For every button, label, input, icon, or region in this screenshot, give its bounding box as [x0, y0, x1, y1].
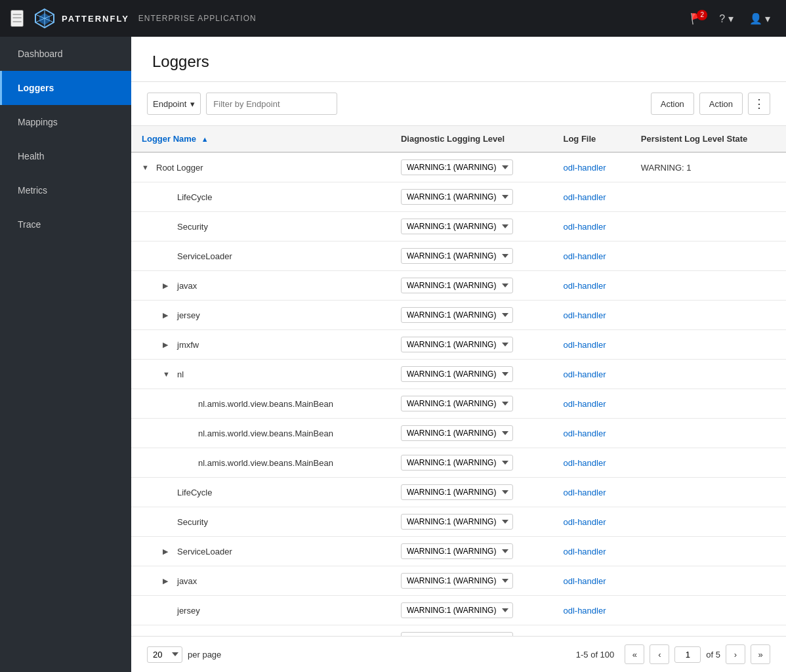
pagination-first-button[interactable]: « [625, 644, 644, 664]
pagination-next-button[interactable]: › [726, 644, 745, 664]
log-level-select-javax-2[interactable]: WARNING:1 (WARNING) [401, 573, 513, 589]
odl-handler-link-nl-mainbean-2[interactable]: odl-handler [563, 429, 606, 438]
notifications-button[interactable]: 🚩 2 [685, 9, 709, 29]
user-menu-button[interactable]: 👤 ▾ [744, 9, 776, 29]
log-level-select-serviceloader-1[interactable]: WARNING:1 (WARNING) [401, 248, 513, 264]
sidebar-item-metrics[interactable]: Metrics [0, 173, 131, 207]
sidebar-item-loggers[interactable]: Loggers [0, 71, 131, 105]
expand-icon-root-logger[interactable]: ▼ [142, 163, 152, 171]
column-header-log-file: Log File [552, 126, 630, 152]
log-file-cell-security-2: odl-handler [552, 507, 630, 537]
odl-handler-link-nl-mainbean-3[interactable]: odl-handler [563, 458, 606, 468]
logger-name-cell-root-logger: ▼Root Logger [131, 152, 390, 182]
diagnostic-level-cell-javax-1: WARNING:1 (WARNING) [390, 271, 553, 301]
pagination-current-page-input[interactable] [674, 646, 701, 663]
persistent-state-cell-jmxfw-2 [631, 625, 786, 637]
sidebar: Dashboard Loggers Mappings Health Metric… [0, 37, 131, 672]
odl-handler-link-nl-1[interactable]: odl-handler [563, 369, 606, 379]
diagnostic-level-cell-nl-1: WARNING:1 (WARNING) [390, 360, 553, 389]
logger-name-text-root-logger: Root Logger [156, 163, 203, 173]
expand-icon-jersey-1[interactable]: ▶ [163, 311, 173, 320]
persistent-state-cell-jmxfw-1 [631, 330, 786, 360]
log-level-select-serviceloader-2[interactable]: WARNING:1 (WARNING) [401, 543, 513, 559]
log-level-select-jersey-2[interactable]: WARNING:1 (WARNING) [401, 602, 513, 618]
persistent-state-cell-javax-2 [631, 566, 786, 596]
log-file-cell-javax-1: odl-handler [552, 271, 630, 301]
sidebar-item-trace[interactable]: Trace [0, 207, 131, 242]
odl-handler-link-security-1[interactable]: odl-handler [563, 222, 606, 232]
expand-icon-javax-1[interactable]: ▶ [163, 282, 173, 290]
action-button-1[interactable]: Action [651, 93, 694, 115]
pagination-range-info: 1-5 of 100 [576, 650, 615, 660]
expand-icon-serviceloader-2[interactable]: ▶ [163, 547, 173, 556]
main-content: Loggers Endpoint ▾ Action Action ⋮ Logge… [131, 37, 786, 672]
diagnostic-level-cell-jersey-1: WARNING:1 (WARNING) [390, 301, 553, 330]
logger-name-cell-nl-mainbean-3: nl.amis.world.view.beans.MainBean [131, 448, 390, 478]
sidebar-label-loggers: Loggers [18, 83, 54, 93]
chevron-down-icon: ▾ [190, 99, 195, 109]
diagnostic-level-cell-lifecycle-1: WARNING:1 (WARNING) [390, 182, 553, 212]
log-level-select-security-1[interactable]: WARNING:1 (WARNING) [401, 219, 513, 234]
pagination-prev-button[interactable]: ‹ [650, 644, 669, 664]
log-level-select-nl-mainbean-1[interactable]: WARNING:1 (WARNING) [401, 396, 513, 411]
log-level-select-nl-mainbean-3[interactable]: WARNING:1 (WARNING) [401, 455, 513, 471]
table-row: ▶jerseyWARNING:1 (WARNING)odl-handler [131, 301, 786, 330]
logger-name-text-jmxfw-1: jmxfw [177, 340, 199, 350]
logger-name-text-jersey-2: jersey [177, 606, 200, 616]
odl-handler-link-jersey-1[interactable]: odl-handler [563, 310, 606, 320]
table-row: jerseyWARNING:1 (WARNING)odl-handler [131, 596, 786, 625]
odl-handler-link-javax-1[interactable]: odl-handler [563, 281, 606, 291]
page-header: Loggers [131, 37, 786, 82]
diagnostic-level-cell-security-1: WARNING:1 (WARNING) [390, 212, 553, 242]
persistent-state-cell-nl-mainbean-1 [631, 389, 786, 419]
persistent-state-cell-lifecycle-1 [631, 182, 786, 212]
table-header-row: Logger Name ▲ Diagnostic Logging Level L… [131, 126, 786, 152]
help-button[interactable]: ? ▾ [714, 9, 738, 29]
endpoint-filter-dropdown[interactable]: Endpoint ▾ [147, 93, 201, 115]
log-file-cell-nl-mainbean-2: odl-handler [552, 419, 630, 448]
top-navigation: ☰ PATTERNFLY ENTERPRISE APPLICATION 🚩 2 … [0, 0, 786, 37]
odl-handler-link-javax-2[interactable]: odl-handler [563, 576, 606, 586]
log-level-select-lifecycle-2[interactable]: WARNING:1 (WARNING) [401, 484, 513, 500]
log-level-select-javax-1[interactable]: WARNING:1 (WARNING) [401, 278, 513, 293]
log-file-cell-lifecycle-2: odl-handler [552, 478, 630, 507]
expand-icon-javax-2[interactable]: ▶ [163, 577, 173, 585]
toolbar: Endpoint ▾ Action Action ⋮ [131, 82, 786, 126]
logger-name-text-nl-mainbean-2: nl.amis.world.view.beans.MainBean [198, 429, 333, 438]
odl-handler-link-root-logger[interactable]: odl-handler [563, 163, 606, 173]
kebab-menu-button[interactable]: ⋮ [748, 93, 770, 115]
diagnostic-level-cell-javax-2: WARNING:1 (WARNING) [390, 566, 553, 596]
odl-handler-link-serviceloader-2[interactable]: odl-handler [563, 547, 606, 556]
diagnostic-level-cell-serviceloader-2: WARNING:1 (WARNING) [390, 537, 553, 566]
sidebar-item-mappings[interactable]: Mappings [0, 105, 131, 139]
log-level-select-jmxfw-1[interactable]: WARNING:1 (WARNING) [401, 337, 513, 352]
action-button-2[interactable]: Action [699, 93, 743, 115]
odl-handler-link-jmxfw-1[interactable]: odl-handler [563, 340, 606, 350]
sidebar-item-dashboard[interactable]: Dashboard [0, 37, 131, 71]
expand-icon-jmxfw-1[interactable]: ▶ [163, 341, 173, 349]
hamburger-menu[interactable]: ☰ [10, 10, 24, 27]
column-header-logger-name[interactable]: Logger Name ▲ [131, 126, 390, 152]
odl-handler-link-lifecycle-1[interactable]: odl-handler [563, 192, 606, 202]
endpoint-filter-input[interactable] [206, 93, 337, 115]
expand-icon-nl-1[interactable]: ▼ [163, 370, 173, 378]
sidebar-item-health[interactable]: Health [0, 139, 131, 173]
log-level-select-security-2[interactable]: WARNING:1 (WARNING) [401, 514, 513, 530]
log-level-select-jersey-1[interactable]: WARNING:1 (WARNING) [401, 307, 513, 323]
pagination-last-button[interactable]: » [751, 644, 770, 664]
odl-handler-link-security-2[interactable]: odl-handler [563, 517, 606, 527]
pagination: 20 50 100 per page 1-5 of 100 « ‹ of 5 ›… [131, 636, 786, 672]
odl-handler-link-jersey-2[interactable]: odl-handler [563, 606, 606, 616]
log-level-select-nl-1[interactable]: WARNING:1 (WARNING) [401, 366, 513, 382]
odl-handler-link-serviceloader-1[interactable]: odl-handler [563, 251, 606, 261]
logger-name-cell-jmxfw-1: ▶jmxfw [131, 330, 390, 360]
log-level-select-root-logger[interactable]: WARNING:1 (WARNING) [401, 159, 513, 175]
log-level-select-nl-mainbean-2[interactable]: WARNING:1 (WARNING) [401, 425, 513, 441]
log-file-cell-jersey-2: odl-handler [552, 596, 630, 625]
logger-name-cell-nl-mainbean-2: nl.amis.world.view.beans.MainBean [131, 419, 390, 448]
odl-handler-link-lifecycle-2[interactable]: odl-handler [563, 488, 606, 497]
per-page-select[interactable]: 20 50 100 [147, 646, 182, 663]
odl-handler-link-nl-mainbean-1[interactable]: odl-handler [563, 399, 606, 409]
log-level-select-lifecycle-1[interactable]: WARNING:1 (WARNING) [401, 189, 513, 205]
table-row: SecurityWARNING:1 (WARNING)odl-handler [131, 507, 786, 537]
